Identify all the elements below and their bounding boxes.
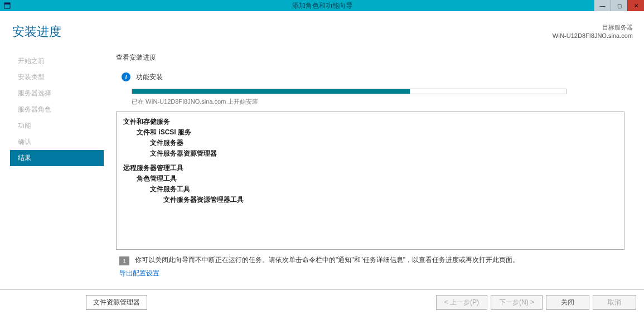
tree-item: 角色管理工具 [123,173,617,184]
sidebar-item-confirm: 确认 [10,134,104,150]
sidebar: 开始之前 安装类型 服务器选择 服务器角色 功能 确认 结果 [10,46,104,278]
target-server-name: WIN-U12D8FI8JNO.sina.com [553,32,633,40]
sidebar-item-server-select: 服务器选择 [10,85,104,101]
prev-button: < 上一步(P) [436,295,487,310]
info-icon: i [122,72,130,81]
progress-fill [132,89,410,94]
progress-bar [132,89,566,94]
header: 安装进度 目标服务器 WIN-U12D8FI8JNO.sina.com [0,11,644,46]
minimize-button[interactable]: — [594,0,611,11]
sidebar-item-results[interactable]: 结果 [10,150,104,166]
next-button: 下一步(N) > [491,295,543,310]
tree-item: 文件服务器资源管理器 [123,148,617,159]
file-resource-manager-button[interactable]: 文件资源管理器 [86,295,147,310]
install-status-row: i 功能安装 [116,72,633,82]
tree-item: 文件和存储服务 [123,117,617,127]
window-controls: — ◻ ✕ [594,0,644,11]
page-title: 安装进度 [12,23,61,40]
hint-row: 1 你可以关闭此向导而不中断正在运行的任务。请依次单击命令栏中的"通知"和"任务… [116,255,633,265]
sidebar-item-features: 功能 [10,118,104,134]
tree-item: 文件服务器 [123,138,617,148]
bottom-bar: 文件资源管理器 < 上一步(P) 下一步(N) > 关闭 取消 [0,289,644,315]
install-label: 功能安装 [136,72,163,82]
close-wizard-button[interactable]: 关闭 [546,295,589,310]
close-button[interactable]: ✕ [627,0,644,11]
sidebar-item-before: 开始之前 [10,53,104,69]
export-config-link[interactable]: 导出配置设置 [119,269,159,278]
content: 查看安装进度 i 功能安装 已在 WIN-U12D8FI8JNO.sina.co… [104,46,644,278]
titlebar: 添加角色和功能向导 — ◻ ✕ [0,0,644,11]
window-title: 添加角色和功能向导 [292,1,352,11]
sidebar-item-server-roles: 服务器角色 [10,101,104,118]
tree-item: 文件和 iSCSI 服务 [123,127,617,138]
tree-item: 远程服务器管理工具 [123,163,617,173]
cancel-button: 取消 [593,295,636,310]
section-label: 查看安装进度 [116,53,633,62]
details-box[interactable]: 文件和存储服务 文件和 iSCSI 服务 文件服务器 文件服务器资源管理器 远程… [116,112,624,250]
app-icon [3,2,11,9]
nav-buttons: < 上一步(P) 下一步(N) > 关闭 取消 [436,295,636,310]
target-server-info: 目标服务器 WIN-U12D8FI8JNO.sina.com [553,23,633,41]
tree-item: 文件服务器资源管理器工具 [123,195,617,205]
target-server-label: 目标服务器 [553,23,633,32]
svg-rect-1 [4,3,10,4]
maximize-button[interactable]: ◻ [611,0,627,11]
hint-text: 你可以关闭此向导而不中断正在运行的任务。请依次单击命令栏中的"通知"和"任务详细… [135,255,519,265]
tree-item: 文件服务工具 [123,184,617,195]
flag-icon: 1 [119,256,129,265]
sidebar-item-type: 安装类型 [10,69,104,85]
progress-status: 已在 WIN-U12D8FI8JNO.sina.com 上开始安装 [132,98,633,106]
main-area: 开始之前 安装类型 服务器选择 服务器角色 功能 确认 结果 查看安装进度 i … [0,46,644,278]
